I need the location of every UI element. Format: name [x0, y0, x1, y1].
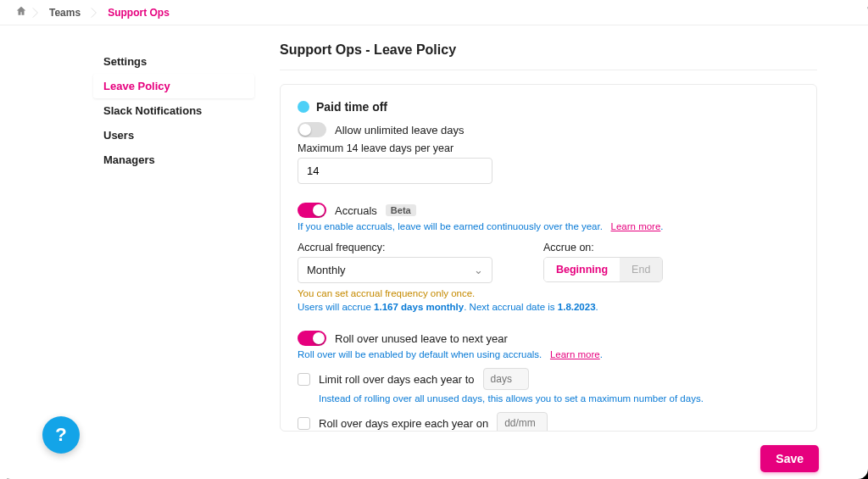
limit-rollover-checkbox[interactable]	[298, 373, 310, 386]
limit-rollover-info: Instead of rolling over all unused days,…	[319, 393, 799, 404]
breadcrumb-current: Support Ops	[103, 5, 175, 20]
leave-policy-card: Paid time off Allow unlimited leave days…	[280, 84, 817, 432]
sidebar: Settings Leave Policy Slack Notification…	[0, 25, 254, 479]
accrual-summary-mid: . Next accrual date is	[464, 302, 558, 312]
accrual-summary-suffix: .	[596, 302, 598, 312]
unlimited-toggle[interactable]	[298, 122, 326, 137]
rollover-info-text: Roll over will be enabled by default whe…	[298, 349, 542, 359]
accrual-frequency-value: Monthly	[307, 264, 346, 276]
breadcrumb-teams[interactable]: Teams	[44, 5, 86, 20]
accrual-summary-rate: 1.167 days monthly	[374, 302, 464, 312]
accrual-frequency-select[interactable]: Monthly ⌄	[298, 257, 492, 283]
accrue-on-segmented: Beginning End	[543, 257, 663, 282]
accruals-toggle-label: Accruals	[335, 204, 377, 217]
save-button[interactable]: Save	[760, 445, 819, 472]
sidebar-item-slack-notifications[interactable]: Slack Notifications	[93, 98, 254, 123]
rollover-expire-checkbox[interactable]	[298, 417, 310, 430]
accrual-summary-prefix: Users will accrue	[298, 302, 374, 312]
sidebar-item-settings[interactable]: Settings	[93, 49, 254, 74]
accrual-freq-warning: You can set accrual frequency only once.	[298, 288, 799, 298]
page-title: Support Ops - Leave Policy	[280, 42, 817, 70]
rollover-info: Roll over will be enabled by default whe…	[298, 349, 799, 359]
rollover-toggle-label: Roll over unused leave to next year	[335, 332, 508, 345]
help-button[interactable]: ?	[42, 416, 80, 454]
home-icon[interactable]	[15, 5, 27, 19]
rollover-info-dot: .	[600, 349, 603, 359]
accruals-info-text: If you enable accruals, leave will be ea…	[298, 221, 603, 231]
rollover-expire-date-input[interactable]	[497, 412, 548, 432]
sidebar-item-leave-policy[interactable]: Leave Policy	[93, 74, 254, 98]
accruals-learn-more-link[interactable]: Learn more	[611, 221, 661, 231]
rollover-toggle[interactable]	[298, 331, 326, 346]
chevron-right-icon	[89, 4, 99, 21]
beta-badge: Beta	[386, 204, 416, 216]
accrual-summary: Users will accrue 1.167 days monthly. Ne…	[298, 302, 799, 312]
accrual-frequency-label: Accrual frequency:	[298, 242, 492, 253]
accrue-on-label: Accrue on:	[543, 242, 663, 253]
max-days-label: Maximum 14 leave days per year	[298, 142, 799, 154]
pto-color-dot	[298, 101, 309, 113]
breadcrumb: Teams Support Ops	[0, 0, 868, 25]
rollover-expire-label: Roll over days expire each year on	[319, 417, 488, 430]
limit-rollover-label: Limit roll over days each year to	[319, 373, 475, 386]
accrue-on-beginning[interactable]: Beginning	[544, 258, 620, 281]
accrue-on-end[interactable]: End	[620, 258, 662, 281]
pto-heading: Paid time off	[298, 100, 799, 114]
unlimited-toggle-label: Allow unlimited leave days	[335, 124, 464, 136]
accrual-summary-date: 1.8.2023	[558, 302, 596, 312]
sidebar-item-users[interactable]: Users	[93, 123, 254, 148]
rollover-learn-more-link[interactable]: Learn more	[550, 349, 600, 359]
accruals-info-dot: .	[660, 221, 663, 231]
sidebar-item-managers[interactable]: Managers	[93, 148, 254, 172]
chevron-right-icon	[31, 4, 41, 21]
accruals-info: If you enable accruals, leave will be ea…	[298, 221, 799, 231]
limit-rollover-days-input[interactable]	[483, 368, 529, 390]
pto-heading-label: Paid time off	[316, 100, 387, 114]
max-days-input[interactable]	[298, 158, 492, 184]
chevron-down-icon: ⌄	[474, 264, 483, 276]
accruals-toggle[interactable]	[298, 203, 326, 218]
